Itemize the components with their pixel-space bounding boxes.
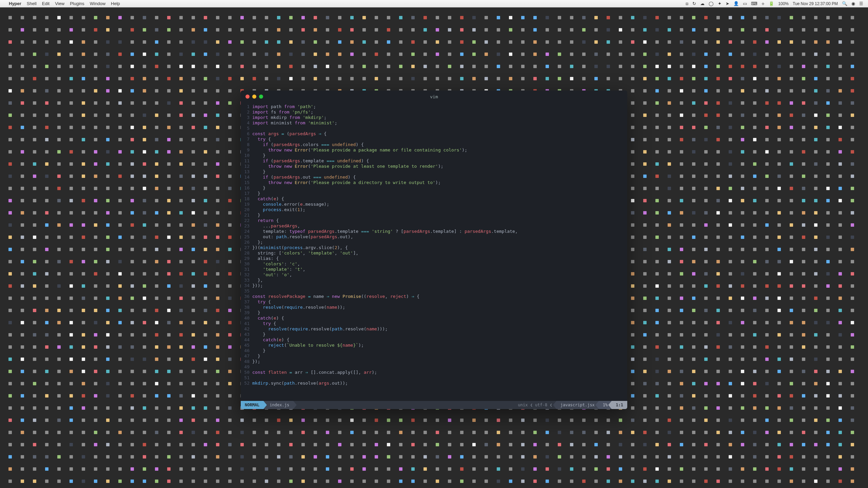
window-title: vim <box>430 94 438 99</box>
status-position: 1:1 <box>612 401 627 409</box>
spotlight-icon[interactable]: 🔍 <box>842 1 847 6</box>
clock[interactable]: Tue Nov 29 12:37:00 PM <box>793 1 838 6</box>
editor-pane[interactable]: 1234567891011121314151617181920212223242… <box>241 103 627 401</box>
battery-percent: 100% <box>778 1 789 6</box>
menubar-right: ⧈ ↻ ☁ ◯ ✦ ➤ 👤 ▭ ⌨ ⟡ 🔋 100% Tue Nov 29 12… <box>686 1 863 6</box>
siri-icon[interactable]: ◉ <box>851 1 855 6</box>
circle-icon[interactable]: ◯ <box>709 1 714 6</box>
terminal-window: vim 123456789101112131415161718192021222… <box>241 90 627 409</box>
cloud-icon[interactable]: ☁ <box>700 1 705 6</box>
vim-mode: NORMAL <box>241 401 263 409</box>
zoom-icon[interactable] <box>259 95 263 99</box>
desktop: vim 123456789101112131415161718192021222… <box>0 7 868 488</box>
keyboard-icon[interactable]: ⌨ <box>751 1 757 6</box>
status-filetype: javascript.jsx <box>556 401 599 409</box>
menu-help[interactable]: Help <box>111 1 120 6</box>
vim-statusline: NORMAL index.js unix ❮ utf-8 ❮ javascrip… <box>241 401 627 409</box>
user-icon[interactable]: 👤 <box>733 1 739 6</box>
display-icon[interactable]: ▭ <box>743 1 747 6</box>
sync-icon[interactable]: ↻ <box>692 1 696 6</box>
wifi-icon[interactable]: ⟡ <box>762 1 765 6</box>
app-name[interactable]: Hyper <box>9 1 21 6</box>
status-spacer <box>293 401 514 409</box>
window-titlebar[interactable]: vim <box>241 90 627 103</box>
minimize-icon[interactable] <box>252 95 256 99</box>
status-filename: index.js <box>263 401 293 409</box>
location-icon[interactable]: ➤ <box>726 1 729 6</box>
menu-plugins[interactable]: Plugins <box>70 1 84 6</box>
code-content[interactable]: import path from 'path';import fs from '… <box>252 104 627 401</box>
status-encoding: unix ❮ utf-8 ❮ <box>514 401 556 409</box>
close-icon[interactable] <box>245 95 250 99</box>
puzzle-icon[interactable]: ✦ <box>718 1 722 6</box>
menu-window[interactable]: Window <box>90 1 105 6</box>
dropbox-icon[interactable]: ⧈ <box>686 1 688 6</box>
traffic-lights <box>245 95 263 99</box>
macos-menubar: Hyper Shell Edit View Plugins Window Hel… <box>0 0 868 7</box>
battery-icon[interactable]: 🔋 <box>769 1 774 6</box>
menu-view[interactable]: View <box>55 1 64 6</box>
menu-edit[interactable]: Edit <box>42 1 50 6</box>
notification-center-icon[interactable]: ☰ <box>859 1 863 6</box>
line-number-gutter: 1234567891011121314151617181920212223242… <box>241 104 252 401</box>
menu-shell[interactable]: Shell <box>27 1 37 6</box>
